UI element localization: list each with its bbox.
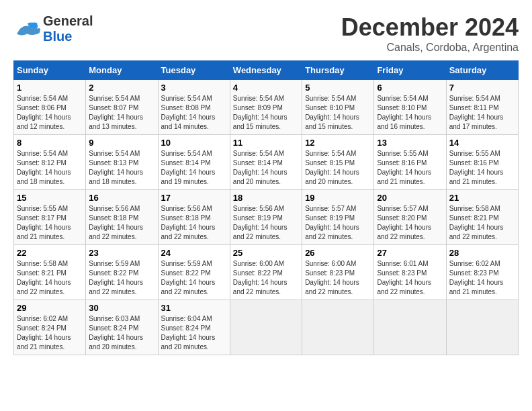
page-title: December 2024 bbox=[341, 13, 519, 42]
day-number: 19 bbox=[305, 193, 371, 203]
day-info: Sunrise: 5:57 AMSunset: 8:19 PMDaylight:… bbox=[305, 204, 371, 242]
day-cell: 22Sunrise: 5:58 AMSunset: 8:21 PMDayligh… bbox=[14, 245, 86, 300]
day-number: 15 bbox=[17, 193, 83, 203]
day-info: Sunrise: 5:58 AMSunset: 8:21 PMDaylight:… bbox=[449, 204, 515, 242]
day-info: Sunrise: 5:54 AMSunset: 8:10 PMDaylight:… bbox=[305, 94, 371, 132]
day-cell: 10Sunrise: 5:54 AMSunset: 8:14 PMDayligh… bbox=[158, 135, 230, 190]
day-number: 25 bbox=[233, 248, 299, 258]
day-cell: 16Sunrise: 5:56 AMSunset: 8:18 PMDayligh… bbox=[86, 190, 158, 245]
day-info: Sunrise: 5:54 AMSunset: 8:13 PMDaylight:… bbox=[89, 149, 154, 187]
day-cell: 28Sunrise: 6:02 AMSunset: 8:23 PMDayligh… bbox=[446, 245, 518, 300]
day-cell: 8Sunrise: 5:54 AMSunset: 8:12 PMDaylight… bbox=[14, 135, 86, 190]
day-info: Sunrise: 5:54 AMSunset: 8:10 PMDaylight:… bbox=[377, 94, 443, 132]
week-row-2: 8Sunrise: 5:54 AMSunset: 8:12 PMDaylight… bbox=[14, 135, 519, 190]
day-cell bbox=[374, 300, 446, 355]
day-cell: 25Sunrise: 6:00 AMSunset: 8:22 PMDayligh… bbox=[230, 245, 302, 300]
header-row: SundayMondayTuesdayWednesdayThursdayFrid… bbox=[14, 61, 519, 80]
logo-icon bbox=[13, 19, 40, 39]
day-cell: 30Sunrise: 6:03 AMSunset: 8:24 PMDayligh… bbox=[86, 300, 158, 355]
day-cell: 3Sunrise: 5:54 AMSunset: 8:08 PMDaylight… bbox=[158, 80, 230, 135]
header-cell-saturday: Saturday bbox=[446, 61, 518, 80]
day-cell: 9Sunrise: 5:54 AMSunset: 8:13 PMDaylight… bbox=[86, 135, 158, 190]
day-number: 14 bbox=[449, 138, 515, 148]
day-info: Sunrise: 6:00 AMSunset: 8:23 PMDaylight:… bbox=[305, 259, 371, 297]
day-info: Sunrise: 6:01 AMSunset: 8:23 PMDaylight:… bbox=[377, 259, 443, 297]
day-number: 16 bbox=[89, 193, 154, 203]
day-info: Sunrise: 5:54 AMSunset: 8:06 PMDaylight:… bbox=[17, 94, 83, 132]
header-cell-wednesday: Wednesday bbox=[230, 61, 302, 80]
day-cell bbox=[446, 300, 518, 355]
day-number: 18 bbox=[233, 193, 299, 203]
logo-text: General Blue bbox=[43, 13, 93, 44]
day-info: Sunrise: 5:56 AMSunset: 8:18 PMDaylight:… bbox=[161, 204, 227, 242]
day-info: Sunrise: 5:54 AMSunset: 8:11 PMDaylight:… bbox=[449, 94, 515, 132]
day-number: 6 bbox=[377, 83, 443, 93]
day-number: 31 bbox=[161, 303, 227, 313]
title-block: December 2024 Canals, Cordoba, Argentina bbox=[341, 13, 519, 54]
day-cell: 24Sunrise: 5:59 AMSunset: 8:22 PMDayligh… bbox=[158, 245, 230, 300]
day-info: Sunrise: 5:54 AMSunset: 8:14 PMDaylight:… bbox=[233, 149, 299, 187]
week-row-3: 15Sunrise: 5:55 AMSunset: 8:17 PMDayligh… bbox=[14, 190, 519, 245]
day-cell: 1Sunrise: 5:54 AMSunset: 8:06 PMDaylight… bbox=[14, 80, 86, 135]
header-cell-friday: Friday bbox=[374, 61, 446, 80]
day-number: 26 bbox=[305, 248, 371, 258]
logo: General Blue bbox=[13, 13, 93, 44]
day-number: 4 bbox=[233, 83, 299, 93]
day-cell: 27Sunrise: 6:01 AMSunset: 8:23 PMDayligh… bbox=[374, 245, 446, 300]
day-cell: 12Sunrise: 5:54 AMSunset: 8:15 PMDayligh… bbox=[302, 135, 374, 190]
day-number: 8 bbox=[17, 138, 83, 148]
day-info: Sunrise: 5:58 AMSunset: 8:21 PMDaylight:… bbox=[17, 259, 83, 297]
day-cell: 11Sunrise: 5:54 AMSunset: 8:14 PMDayligh… bbox=[230, 135, 302, 190]
header-cell-thursday: Thursday bbox=[302, 61, 374, 80]
day-number: 3 bbox=[161, 83, 227, 93]
day-info: Sunrise: 6:02 AMSunset: 8:23 PMDaylight:… bbox=[449, 259, 515, 297]
day-info: Sunrise: 5:57 AMSunset: 8:20 PMDaylight:… bbox=[377, 204, 443, 242]
calendar-table: SundayMondayTuesdayWednesdayThursdayFrid… bbox=[13, 60, 519, 355]
header-cell-monday: Monday bbox=[86, 61, 158, 80]
day-info: Sunrise: 6:04 AMSunset: 8:24 PMDaylight:… bbox=[161, 314, 227, 352]
header-cell-sunday: Sunday bbox=[14, 61, 86, 80]
calendar-header: SundayMondayTuesdayWednesdayThursdayFrid… bbox=[14, 61, 519, 80]
day-cell: 4Sunrise: 5:54 AMSunset: 8:09 PMDaylight… bbox=[230, 80, 302, 135]
day-info: Sunrise: 5:56 AMSunset: 8:18 PMDaylight:… bbox=[89, 204, 154, 242]
page-header: General Blue December 2024 Canals, Cordo… bbox=[13, 13, 519, 54]
week-row-5: 29Sunrise: 6:02 AMSunset: 8:24 PMDayligh… bbox=[14, 300, 519, 355]
day-number: 10 bbox=[161, 138, 227, 148]
day-info: Sunrise: 5:55 AMSunset: 8:16 PMDaylight:… bbox=[449, 149, 515, 187]
day-cell: 29Sunrise: 6:02 AMSunset: 8:24 PMDayligh… bbox=[14, 300, 86, 355]
day-info: Sunrise: 5:54 AMSunset: 8:14 PMDaylight:… bbox=[161, 149, 227, 187]
day-cell: 31Sunrise: 6:04 AMSunset: 8:24 PMDayligh… bbox=[158, 300, 230, 355]
day-cell: 5Sunrise: 5:54 AMSunset: 8:10 PMDaylight… bbox=[302, 80, 374, 135]
day-cell bbox=[302, 300, 374, 355]
day-info: Sunrise: 5:54 AMSunset: 8:07 PMDaylight:… bbox=[89, 94, 154, 132]
day-number: 17 bbox=[161, 193, 227, 203]
day-number: 11 bbox=[233, 138, 299, 148]
day-number: 9 bbox=[89, 138, 154, 148]
day-info: Sunrise: 5:55 AMSunset: 8:17 PMDaylight:… bbox=[17, 204, 83, 242]
day-cell bbox=[230, 300, 302, 355]
day-number: 21 bbox=[449, 193, 515, 203]
day-number: 13 bbox=[377, 138, 443, 148]
day-cell: 2Sunrise: 5:54 AMSunset: 8:07 PMDaylight… bbox=[86, 80, 158, 135]
week-row-1: 1Sunrise: 5:54 AMSunset: 8:06 PMDaylight… bbox=[14, 80, 519, 135]
day-info: Sunrise: 5:54 AMSunset: 8:12 PMDaylight:… bbox=[17, 149, 83, 187]
day-cell: 19Sunrise: 5:57 AMSunset: 8:19 PMDayligh… bbox=[302, 190, 374, 245]
day-number: 12 bbox=[305, 138, 371, 148]
calendar-body: 1Sunrise: 5:54 AMSunset: 8:06 PMDaylight… bbox=[14, 80, 519, 355]
day-info: Sunrise: 5:56 AMSunset: 8:19 PMDaylight:… bbox=[233, 204, 299, 242]
day-info: Sunrise: 5:54 AMSunset: 8:09 PMDaylight:… bbox=[233, 94, 299, 132]
day-number: 1 bbox=[17, 83, 83, 93]
day-cell: 14Sunrise: 5:55 AMSunset: 8:16 PMDayligh… bbox=[446, 135, 518, 190]
day-number: 24 bbox=[161, 248, 227, 258]
day-number: 30 bbox=[89, 303, 154, 313]
day-number: 28 bbox=[449, 248, 515, 258]
day-number: 22 bbox=[17, 248, 83, 258]
day-cell: 17Sunrise: 5:56 AMSunset: 8:18 PMDayligh… bbox=[158, 190, 230, 245]
day-number: 29 bbox=[17, 303, 83, 313]
day-cell: 7Sunrise: 5:54 AMSunset: 8:11 PMDaylight… bbox=[446, 80, 518, 135]
page-subtitle: Canals, Cordoba, Argentina bbox=[341, 42, 519, 54]
day-number: 7 bbox=[449, 83, 515, 93]
day-info: Sunrise: 5:59 AMSunset: 8:22 PMDaylight:… bbox=[89, 259, 154, 297]
day-number: 23 bbox=[89, 248, 154, 258]
day-cell: 6Sunrise: 5:54 AMSunset: 8:10 PMDaylight… bbox=[374, 80, 446, 135]
